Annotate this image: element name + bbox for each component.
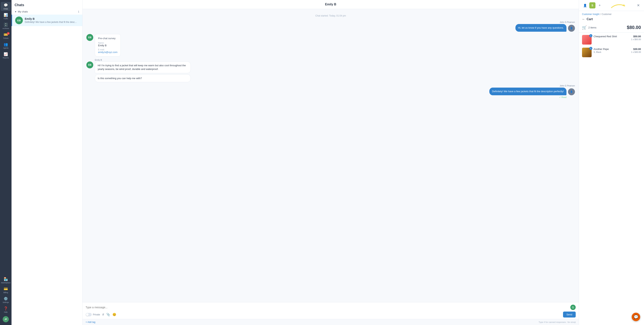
product-qty-2: 1 x $30.00: [631, 51, 641, 53]
product-img-2: 1: [582, 48, 592, 57]
close-panel-button[interactable]: ✕: [636, 3, 641, 8]
message-input[interactable]: [86, 305, 569, 310]
product-qty-1: 1 x $50.00: [631, 38, 641, 41]
nav-item-archives[interactable]: 🗄️ Archives: [1, 22, 11, 31]
archives-icon: 🗄️: [4, 23, 8, 27]
survey-field-email: E-mail: emily.b@xyz.com: [98, 48, 118, 54]
nav-item-help[interactable]: ❓ Help: [1, 305, 11, 314]
message-row-outgoing-2: John G Pearson Definitely! We have a few…: [86, 85, 575, 99]
chevron-down-icon: ▼: [14, 11, 17, 13]
msg3-bubble-1: Hi! I'm trying to find a jacket that wil…: [95, 62, 191, 73]
nav-item-chats[interactable]: 💬 Chats: [1, 2, 11, 11]
breadcrumb-current: Customer: [602, 13, 612, 16]
chat-input-area: G Private # 📎 😊 Send: [82, 302, 579, 319]
msg3-bubble-2: Is this something you can help me with?: [95, 74, 191, 82]
hashtag-icon[interactable]: #: [102, 313, 104, 316]
chat-messages: Chat started: Today, 01:04 pm John G Pea…: [82, 9, 579, 302]
chat-footer: + Add tag Type # for canned responses : …: [82, 319, 579, 325]
product-price-1: $50.00: [631, 35, 641, 38]
nav-item-agents[interactable]: 👥 Agents: [1, 41, 11, 50]
chat-list-title: Chats: [12, 0, 82, 9]
nav-item-tickets[interactable]: 🎫 Tickets 4: [1, 31, 11, 40]
cart-items-count: 2 items: [588, 26, 596, 29]
chat-timestamp: Chat started: Today, 01:04 pm: [86, 15, 575, 17]
product-name-1: Chequered Red Shirt: [594, 35, 629, 38]
cart-icon: 🛒: [582, 25, 587, 30]
breadcrumb-separator: /: [600, 13, 601, 16]
product-variant-2: S, Black: [594, 51, 629, 53]
avatar[interactable]: JP: [3, 316, 9, 322]
survey-name-value: Emily B: [98, 44, 118, 47]
cart-back-button[interactable]: ← Cart: [579, 16, 644, 23]
cart-products: 1 Chequered Red Shirt $50.00 1 x $50.00 …: [579, 33, 644, 60]
chat-item-emily[interactable]: EB Emily B Definitely! We have a few jac…: [12, 15, 82, 26]
survey-name-label: Name:: [98, 42, 118, 44]
emily-avatar: EB: [15, 17, 23, 24]
message-row-survey: EB Pre-chat survey Name: Emily B E-mail:…: [86, 34, 575, 57]
add-tab-button[interactable]: +: [596, 2, 603, 9]
my-chats-section-header: ▼ My chats 1: [12, 9, 82, 15]
my-chats-label: My chats: [18, 10, 28, 13]
toggle-switch[interactable]: [86, 313, 92, 316]
chat-main: Emily B Chat started: Today, 01:04 pm Jo…: [82, 0, 579, 325]
survey-email-label: E-mail:: [98, 48, 118, 51]
product-row-2: 1 Another Pepe S, Black $30.00 1 x $30.0…: [582, 48, 641, 57]
agent-avatar-2: 👤: [568, 88, 575, 95]
msg1-sender: John G Pearson: [560, 21, 575, 23]
emily-avatar-survey: EB: [86, 34, 93, 41]
nav-item-traffic[interactable]: 📊 Traffic: [1, 12, 11, 21]
product-name-2: Another Pepe: [594, 48, 629, 51]
agents-icon: 👥: [4, 42, 8, 47]
marketplace-icon: 🏪: [4, 277, 8, 281]
msg1-bubble: Hi, let us know if you have any question…: [516, 24, 566, 32]
float-chat-icon: 💬: [634, 315, 638, 319]
product-price-2: $30.00: [631, 48, 641, 51]
emily-avatar-msg3: EB: [86, 62, 93, 68]
settings-icon: ⚙️: [4, 296, 8, 301]
right-panel-header: 👤 S + ✕: [579, 0, 644, 11]
right-panel: 👤 S + ✕ Customer Insight / Customer ← Ca…: [579, 0, 644, 325]
survey-bubble: Pre-chat survey Name: Emily B E-mail: em…: [95, 34, 121, 57]
product-img-1: 1: [582, 35, 592, 45]
private-toggle[interactable]: Private: [86, 313, 100, 316]
message-row-incoming-1: Emily B EB Hi! I'm trying to find a jack…: [86, 59, 575, 82]
ai-assist-icon[interactable]: G: [570, 305, 576, 310]
float-chat-button[interactable]: 💬: [632, 313, 640, 321]
customer-tab[interactable]: 👤: [582, 2, 588, 9]
back-arrow-icon: ←: [582, 18, 585, 21]
private-label: Private: [93, 313, 100, 316]
cart-total: $80.00: [627, 25, 641, 30]
chat-header: Emily B: [82, 0, 579, 9]
nav-item-marketplace[interactable]: 🏪 Marketplace: [1, 276, 11, 285]
msg4-sender: John G Pearson: [560, 85, 575, 87]
agent-avatar-1: 👤: [568, 25, 575, 32]
nav-item-billing[interactable]: 💳 Billing: [1, 286, 11, 295]
help-icon: ❓: [4, 306, 8, 310]
add-tag-button[interactable]: + Add tag: [86, 321, 95, 323]
survey-email-value: emily.b@xyz.com: [98, 51, 118, 54]
breadcrumb: Customer Insight / Customer: [579, 11, 644, 16]
product-badge-2: 1: [589, 47, 592, 50]
nav-item-settings[interactable]: ⚙️ Settings: [1, 295, 11, 304]
emily-label: Emily B: [95, 59, 575, 61]
message-row-outgoing-1: John G Pearson Hi, let us know if you ha…: [86, 21, 575, 32]
nav-item-reports[interactable]: 📈 Reports: [1, 51, 11, 60]
chat-name: Emily B: [25, 17, 79, 20]
incoming-messages-group: Hi! I'm trying to find a jacket that wil…: [95, 62, 191, 82]
breadcrumb-parent: Customer Insight: [582, 13, 600, 16]
left-nav: 💬 Chats 📊 Traffic 🗄️ Archives 🎫 Tickets …: [0, 0, 12, 325]
chat-list-panel: Chats ▼ My chats 1 EB Emily B Definitely…: [12, 0, 82, 325]
cart-summary: 🛒 2 items $80.00: [579, 23, 644, 33]
product-row-1: 1 Chequered Red Shirt $50.00 1 x $50.00: [582, 35, 641, 45]
billing-icon: 💳: [4, 287, 8, 291]
cart-label: Cart: [586, 18, 593, 21]
attachment-icon[interactable]: 📎: [106, 313, 110, 316]
emoji-icon[interactable]: 😊: [112, 313, 116, 316]
shopify-tab[interactable]: S: [589, 2, 596, 9]
chats-icon: 💬: [4, 3, 8, 7]
send-button[interactable]: Send: [563, 311, 576, 317]
chat-preview: Definitely! We have a few jackets that f…: [25, 21, 79, 24]
reports-icon: 📈: [4, 52, 8, 56]
tickets-badge: 4: [7, 32, 10, 35]
chat-info: Emily B Definitely! We have a few jacket…: [25, 17, 79, 24]
